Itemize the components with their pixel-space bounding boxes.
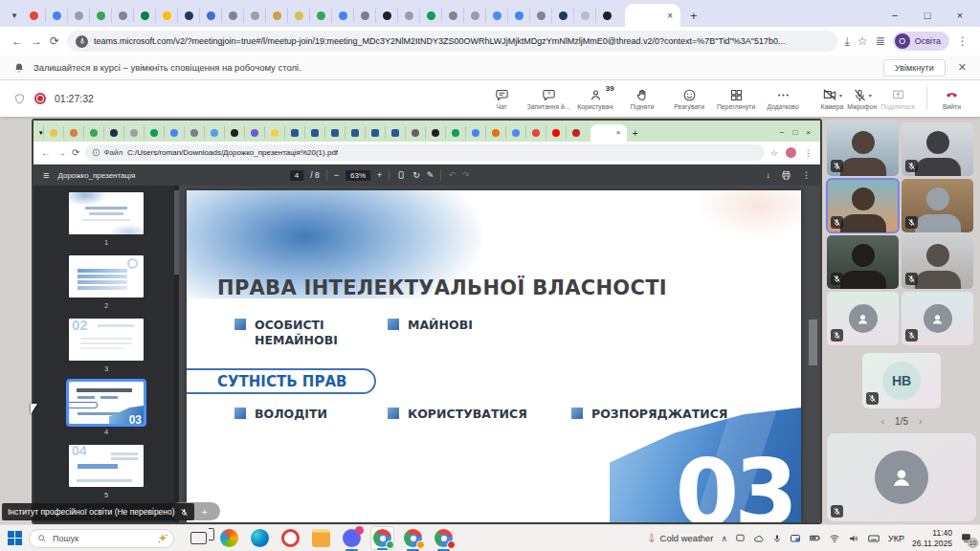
pdf-thumbnail-2[interactable]: 2 bbox=[69, 255, 144, 310]
participant-tile-3[interactable] bbox=[827, 179, 899, 232]
pinned-tab[interactable] bbox=[385, 126, 405, 139]
participant-tile-6[interactable] bbox=[902, 235, 973, 289]
pinned-tab[interactable] bbox=[463, 8, 485, 23]
pinned-tab[interactable] bbox=[244, 126, 264, 139]
pinned-tab[interactable] bbox=[566, 126, 586, 139]
pinned-tab[interactable] bbox=[133, 8, 155, 23]
pinned-tab[interactable] bbox=[529, 8, 551, 23]
meeting-action-people[interactable]: 39 Користувачі bbox=[573, 85, 618, 112]
pinned-tab[interactable] bbox=[573, 8, 595, 23]
taskbar-chrome-1[interactable] bbox=[370, 526, 394, 550]
avatar[interactable] bbox=[786, 147, 796, 158]
participant-tile-initials[interactable]: НВ bbox=[862, 353, 941, 408]
pdf-thumbnail-4[interactable]: 03 4 bbox=[69, 382, 144, 436]
participant-tile-2[interactable] bbox=[902, 122, 973, 176]
pdf-menu-icon[interactable]: ≡ bbox=[43, 169, 49, 181]
reload-button[interactable]: ⟳ bbox=[72, 147, 79, 158]
fit-page-icon[interactable] bbox=[396, 170, 406, 180]
pinned-tab[interactable] bbox=[445, 126, 465, 139]
pinned-tab[interactable] bbox=[525, 126, 546, 139]
device-share-button[interactable]: Поділитися bbox=[879, 85, 917, 112]
pinned-tab[interactable] bbox=[164, 126, 184, 139]
pinned-tab[interactable] bbox=[324, 126, 345, 139]
pdf-thumbnail-3[interactable]: 02 3 bbox=[69, 319, 144, 373]
pinned-tab[interactable] bbox=[551, 8, 573, 23]
pinned-tab[interactable] bbox=[304, 126, 324, 139]
forward-button[interactable]: → bbox=[31, 34, 42, 48]
minimize-button[interactable]: − bbox=[780, 128, 785, 137]
taskbar-explorer[interactable] bbox=[309, 526, 333, 550]
pinned-tab[interactable] bbox=[83, 126, 103, 139]
tray-screenshare-icon[interactable] bbox=[790, 533, 801, 544]
device-cam-off-button[interactable]: ▾ Камера bbox=[819, 85, 846, 112]
participant-tile-7[interactable] bbox=[827, 292, 899, 345]
pinned-tab[interactable] bbox=[155, 8, 177, 23]
tab-search-chevron-icon[interactable]: ▾ bbox=[6, 7, 23, 24]
pinned-tab[interactable] bbox=[397, 8, 419, 23]
profile-chip[interactable]: О Освіта bbox=[893, 32, 949, 51]
back-button[interactable]: ← bbox=[11, 34, 23, 48]
battery-icon[interactable] bbox=[809, 532, 821, 544]
pinned-tab[interactable] bbox=[353, 8, 375, 23]
pinned-tab[interactable] bbox=[144, 126, 164, 139]
browser-menu-icon[interactable]: ⋮ bbox=[804, 148, 813, 158]
redo-icon[interactable]: ↷ bbox=[462, 170, 470, 180]
pinned-tab[interactable] bbox=[204, 126, 224, 139]
install-icon[interactable]: ⤓ bbox=[845, 34, 850, 48]
meeting-action-chat[interactable]: Чат bbox=[479, 85, 524, 112]
pinned-tab[interactable] bbox=[309, 8, 331, 23]
reload-button[interactable]: ⟳ bbox=[50, 34, 59, 48]
device-mic-off-button[interactable]: ▾ Мікрофон bbox=[845, 85, 879, 112]
pinned-tab[interactable] bbox=[177, 8, 199, 23]
next-page-icon[interactable]: › bbox=[919, 415, 923, 427]
pinned-tab[interactable] bbox=[265, 8, 287, 23]
pdf-thumbnail-5[interactable]: 04 5 bbox=[69, 445, 144, 499]
page-scrollbar[interactable] bbox=[809, 320, 817, 365]
undo-icon[interactable]: ↶ bbox=[448, 170, 456, 180]
pinned-tab[interactable] bbox=[224, 126, 244, 139]
address-bar[interactable]: Файл C:/Users/roman/Downloads/Дорожко_пр… bbox=[85, 144, 765, 161]
prev-page-icon[interactable]: ‹ bbox=[880, 415, 884, 427]
pinned-tab[interactable] bbox=[465, 126, 485, 139]
chevron-down-icon[interactable]: ▾ bbox=[839, 92, 842, 99]
pinned-tab[interactable] bbox=[425, 126, 445, 139]
pinned-tab[interactable] bbox=[441, 8, 463, 23]
participant-tile-1[interactable] bbox=[827, 122, 899, 176]
pdf-more-icon[interactable]: ⋮ bbox=[802, 170, 811, 180]
taskbar-copilot[interactable] bbox=[217, 526, 241, 550]
pinned-tab[interactable] bbox=[287, 8, 309, 23]
pinned-tab[interactable] bbox=[485, 8, 507, 23]
pdf-thumbnail-1[interactable]: 1 bbox=[69, 192, 144, 247]
pinned-tab[interactable] bbox=[595, 8, 617, 23]
pinned-tab[interactable] bbox=[123, 126, 144, 139]
rotate-icon[interactable]: ↻ bbox=[412, 170, 420, 180]
back-button[interactable]: ← bbox=[41, 147, 51, 158]
taskbar-opera[interactable] bbox=[278, 526, 302, 550]
pinned-tab[interactable] bbox=[264, 126, 284, 139]
new-tab-button[interactable]: + bbox=[633, 127, 638, 139]
pinned-tab[interactable] bbox=[103, 126, 123, 139]
zoom-level[interactable]: 63% bbox=[345, 170, 370, 181]
minimize-button[interactable]: − bbox=[879, 10, 911, 21]
meeting-action-qa[interactable]: ? Запитання й... bbox=[526, 85, 571, 112]
language-indicator[interactable]: УКР bbox=[888, 534, 904, 543]
pinned-tab[interactable] bbox=[45, 8, 67, 23]
speaker-icon[interactable] bbox=[848, 533, 859, 544]
tray-mic-icon[interactable] bbox=[772, 534, 782, 543]
active-tab[interactable]: × bbox=[625, 4, 680, 27]
hidden-icons-chevron[interactable]: ∧ bbox=[722, 534, 728, 543]
share-zoom-in-button[interactable]: + bbox=[202, 506, 208, 518]
pinned-tab[interactable] bbox=[221, 8, 243, 23]
meeting-action-dots[interactable]: Додатково bbox=[761, 85, 806, 112]
pinned-tab[interactable] bbox=[345, 126, 365, 139]
onedrive-cloud-icon[interactable] bbox=[753, 533, 765, 544]
enable-notifications-button[interactable]: Увімкнути bbox=[883, 59, 946, 77]
participant-tile-8[interactable] bbox=[902, 292, 973, 345]
pinned-tab[interactable] bbox=[67, 8, 89, 23]
participant-tile-5[interactable] bbox=[827, 235, 899, 289]
meeting-action-smile[interactable]: Реагувати bbox=[667, 85, 712, 112]
pinned-tab[interactable] bbox=[375, 8, 397, 23]
forward-button[interactable]: → bbox=[56, 147, 66, 158]
file-scheme-chip[interactable]: Файл bbox=[92, 148, 122, 157]
close-window-button[interactable]: × bbox=[944, 10, 976, 21]
